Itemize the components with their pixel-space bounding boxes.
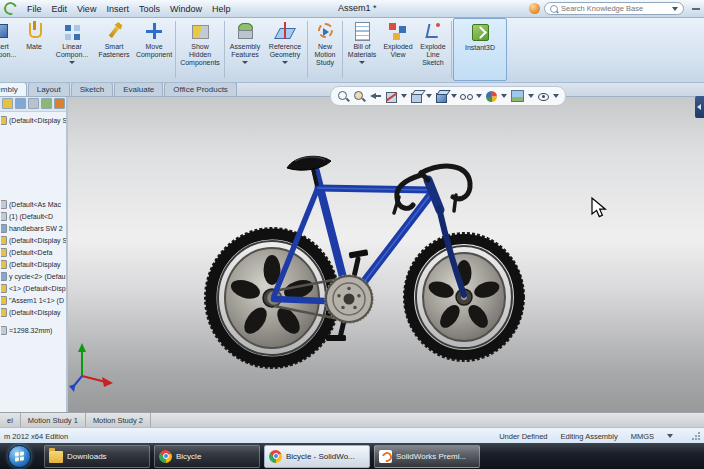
tree-item[interactable]: "Assem1 1<1> (D bbox=[1, 294, 66, 306]
tree-item[interactable]: (Default<Display S bbox=[1, 234, 66, 246]
view-orientation-caret[interactable] bbox=[426, 94, 432, 98]
search-dropdown-caret[interactable] bbox=[672, 7, 678, 11]
hide-show-items-caret[interactable] bbox=[476, 94, 482, 98]
ribbon-button-assembly-features[interactable]: Assembly Features bbox=[226, 18, 264, 81]
dropdown-caret[interactable] bbox=[282, 61, 288, 64]
tree-item-dimension[interactable]: =1298.32mm) bbox=[1, 324, 66, 336]
tab-sketch[interactable]: Sketch bbox=[71, 82, 113, 96]
featuremanager-tab-icon[interactable] bbox=[2, 98, 13, 109]
tree-item[interactable]: (Default<As Mac bbox=[1, 198, 66, 210]
status-editing-assembly: Editing Assembly bbox=[561, 432, 618, 441]
ribbon-button-smart-fasteners[interactable]: Smart Fasteners bbox=[94, 18, 134, 81]
smart-fasteners-icon bbox=[103, 21, 125, 41]
menu-file[interactable]: File bbox=[22, 3, 47, 15]
ribbon-button-move-component[interactable]: Move Component bbox=[134, 18, 174, 81]
tree-item[interactable]: (Default<Defa bbox=[1, 246, 66, 258]
tree-item[interactable]: (1) (Default<D bbox=[1, 210, 66, 222]
taskbar-button-bicycle-solidworks-page[interactable]: Bicycle - SolidWo... bbox=[264, 445, 370, 468]
orientation-triad[interactable] bbox=[69, 343, 113, 392]
saddle[interactable] bbox=[287, 156, 331, 186]
ribbon-button-instant3d[interactable]: Instant3D bbox=[453, 18, 507, 81]
display-style-caret[interactable] bbox=[451, 94, 457, 98]
section-view-icon[interactable] bbox=[385, 90, 398, 103]
knowledge-base-searchbox[interactable] bbox=[544, 2, 684, 15]
graphics-area[interactable] bbox=[68, 96, 704, 412]
tree-item[interactable]: handlebars SW 2 bbox=[1, 222, 66, 234]
displaymanager-tab-icon[interactable] bbox=[54, 98, 65, 109]
ribbon-button-new-motion-study[interactable]: New Motion Study bbox=[309, 18, 341, 81]
tab-office-products[interactable]: Office Products bbox=[164, 82, 237, 96]
previous-view-icon[interactable] bbox=[369, 90, 382, 103]
dropdown-caret[interactable] bbox=[359, 61, 365, 64]
display-style-icon[interactable] bbox=[435, 90, 448, 103]
configurationmanager-tab-icon[interactable] bbox=[28, 98, 39, 109]
minimize-icon[interactable] bbox=[692, 8, 700, 10]
menu-tools[interactable]: Tools bbox=[134, 3, 165, 15]
tab-assembly[interactable]: Assembly bbox=[0, 82, 27, 96]
start-button[interactable] bbox=[8, 445, 31, 468]
ribbon-separator bbox=[175, 21, 176, 78]
tree-item-icon bbox=[1, 236, 7, 245]
apply-scene-icon[interactable] bbox=[511, 90, 524, 102]
dropdown-caret[interactable] bbox=[69, 61, 75, 64]
ribbon-button-show-hidden-components[interactable]: Show Hidden Components bbox=[177, 18, 223, 81]
ribbon-button-mate[interactable]: Mate bbox=[18, 18, 50, 81]
tree-item-icon bbox=[1, 248, 7, 257]
tree-item-icon bbox=[1, 212, 7, 221]
search-logo-icon bbox=[529, 3, 540, 14]
tree-item-icon bbox=[1, 284, 7, 293]
dimxpert-tab-icon[interactable] bbox=[41, 98, 52, 109]
units-dropdown-caret[interactable] bbox=[667, 434, 673, 438]
tree-item-icon bbox=[1, 296, 7, 305]
menu-edit[interactable]: Edit bbox=[47, 3, 73, 15]
zoom-fit-icon[interactable] bbox=[337, 90, 350, 103]
menu-window[interactable]: Window bbox=[165, 3, 207, 15]
apply-scene-caret[interactable] bbox=[528, 94, 534, 98]
edit-appearance-caret[interactable] bbox=[501, 94, 507, 98]
tab-layout[interactable]: Layout bbox=[28, 82, 70, 96]
tree-item[interactable]: <1> (Default<Disp bbox=[1, 282, 66, 294]
taskbar-button-solidworks[interactable]: SolidWorks Premi... bbox=[374, 445, 480, 468]
dropdown-caret[interactable] bbox=[242, 61, 248, 64]
tab-evaluate[interactable]: Evaluate bbox=[114, 82, 163, 96]
tab-model[interactable]: el bbox=[0, 413, 21, 428]
ribbon-button-explode-line-sketch[interactable]: Explode Line Sketch bbox=[416, 18, 450, 81]
tree-item[interactable]: (Default<Display bbox=[1, 306, 66, 318]
propertymanager-tab-icon[interactable] bbox=[15, 98, 26, 109]
view-orientation-icon[interactable] bbox=[410, 90, 423, 103]
menu-help[interactable]: Help bbox=[207, 3, 236, 15]
ribbon-button-linear-component-pattern[interactable]: Linear Compon... bbox=[50, 18, 94, 81]
menu-insert[interactable]: Insert bbox=[101, 3, 134, 15]
resize-grip[interactable] bbox=[692, 432, 700, 440]
section-view-caret[interactable] bbox=[401, 94, 407, 98]
tree-item[interactable]: y cycle<2> (Defau bbox=[1, 270, 66, 282]
view-settings-icon[interactable] bbox=[537, 90, 550, 103]
tree-item[interactable]: (Default<Display bbox=[1, 258, 66, 270]
status-units-mmgs[interactable]: MMGS bbox=[631, 432, 654, 441]
linear-pattern-icon bbox=[61, 21, 83, 41]
tab-motion-study-1[interactable]: Motion Study 1 bbox=[21, 413, 86, 428]
status-under-defined: Under Defined bbox=[499, 432, 547, 441]
tab-motion-study-2[interactable]: Motion Study 2 bbox=[86, 413, 151, 428]
ribbon-button-insert-components[interactable]: Insert Compon... bbox=[0, 18, 18, 81]
hide-show-items-icon[interactable] bbox=[460, 90, 473, 103]
task-pane-collapsed-tab[interactable] bbox=[695, 96, 704, 118]
taskbar-button-downloads[interactable]: Downloads bbox=[44, 445, 150, 468]
search-input[interactable] bbox=[561, 4, 669, 13]
edit-appearance-icon[interactable] bbox=[486, 91, 497, 102]
ribbon-button-exploded-view[interactable]: Exploded View bbox=[380, 18, 416, 81]
ribbon-button-bill-of-materials[interactable]: Bill of Materials bbox=[344, 18, 380, 81]
bicycle-model-svg bbox=[68, 96, 704, 412]
view-settings-caret[interactable] bbox=[553, 94, 559, 98]
ribbon-separator bbox=[451, 21, 452, 78]
zoom-to-area-icon[interactable] bbox=[353, 90, 366, 103]
assembly-features-icon bbox=[234, 21, 256, 41]
ribbon-separator bbox=[307, 21, 308, 78]
reference-geometry-icon bbox=[274, 21, 296, 41]
taskbar-button-bicycle[interactable]: Bicycle bbox=[154, 445, 260, 468]
tree-item[interactable]: (Default<Display S bbox=[1, 114, 66, 126]
ribbon-button-reference-geometry[interactable]: Reference Geometry bbox=[264, 18, 306, 81]
menu-view[interactable]: View bbox=[72, 3, 101, 15]
solidworks-icon bbox=[379, 450, 392, 463]
chrome-icon bbox=[159, 450, 172, 463]
